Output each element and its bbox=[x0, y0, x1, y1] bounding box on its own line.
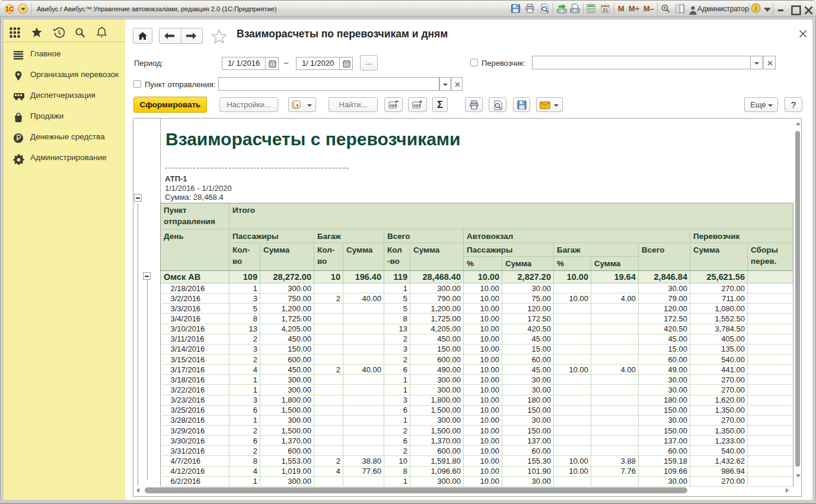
svg-text:31: 31 bbox=[602, 7, 608, 13]
svg-text:ABC: ABC bbox=[390, 104, 398, 107]
svg-text:ABC: ABC bbox=[413, 104, 422, 107]
